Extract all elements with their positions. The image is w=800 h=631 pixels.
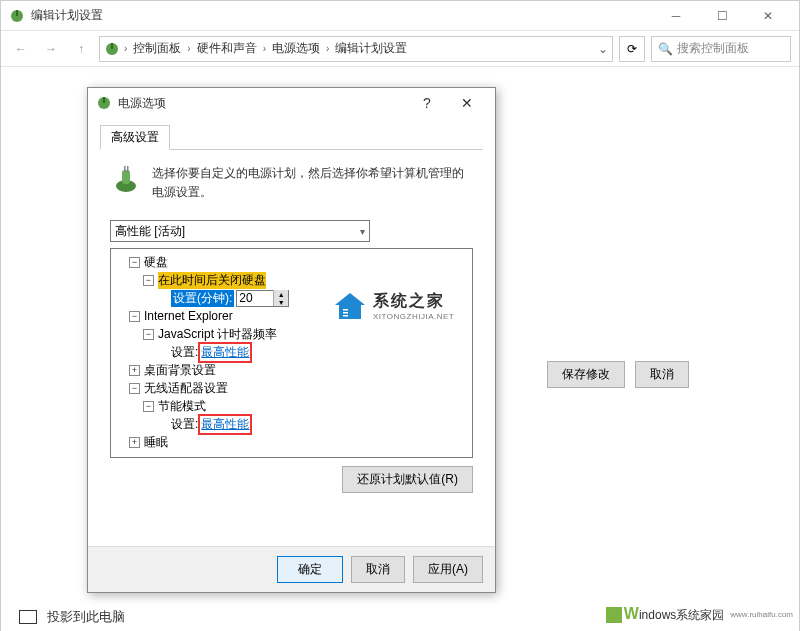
tree-node-js-timer[interactable]: JavaScript 计时器频率 [158,326,277,343]
brand-initial: W [624,605,639,622]
collapse-icon[interactable]: − [129,383,140,394]
spinner-up[interactable]: ▲ [274,290,288,298]
expand-icon[interactable]: + [129,365,140,376]
maximize-button[interactable]: ☐ [699,1,745,31]
breadcrumb-item[interactable]: 编辑计划设置 [333,40,409,57]
project-label: 投影到此电脑 [47,608,125,626]
power-options-dialog: 电源选项 ? ✕ 高级设置 选择你要自定义的电源计划，然后选择你希望计算机管理的… [87,87,496,593]
svg-rect-1 [16,10,18,16]
search-icon: 🔍 [658,42,673,56]
brand-rest: indows系统家园 [639,608,724,622]
power-icon [104,41,120,57]
chevron-right-icon: › [187,43,190,54]
spinner-down[interactable]: ▼ [274,298,288,306]
restore-defaults-button[interactable]: 还原计划默认值(R) [342,466,473,493]
power-plan-icon [110,164,142,196]
brand-url: www.ruihaifu.com [730,610,793,619]
plan-selected-value: 高性能 [活动] [115,223,185,240]
svg-rect-5 [103,97,105,103]
dialog-title: 电源选项 [118,95,407,112]
power-icon [96,95,112,111]
power-plan-dropdown[interactable]: 高性能 [活动] ▾ [110,220,370,242]
description-text: 选择你要自定义的电源计划，然后选择你希望计算机管理的电源设置。 [152,164,473,202]
search-placeholder: 搜索控制面板 [677,40,749,57]
cancel-button[interactable]: 取消 [635,361,689,388]
flag-icon [606,607,622,623]
ps-setting-value[interactable]: 最高性能 [201,417,249,431]
window-title: 编辑计划设置 [31,7,103,24]
svg-rect-7 [122,170,130,184]
project-screen-icon [19,610,37,624]
tab-content: 选择你要自定义的电源计划，然后选择你希望计算机管理的电源设置。 高性能 [活动]… [100,150,483,503]
svg-rect-3 [111,43,113,49]
tree-node-hard-disk[interactable]: 硬盘 [144,254,168,271]
dialog-footer: 确定 取消 应用(A) [88,546,495,592]
taskbar-strip: 投影到此电脑 [1,602,321,631]
svg-rect-8 [124,166,126,172]
refresh-button[interactable]: ⟳ [619,36,645,62]
collapse-icon[interactable]: − [143,401,154,412]
outer-titlebar: 编辑计划设置 ─ ☐ ✕ [1,1,799,31]
breadcrumb-item[interactable]: 控制面板 [131,40,183,57]
svg-rect-9 [127,166,129,172]
settings-tree[interactable]: −硬盘 −在此时间后关闭硬盘 设置(分钟): ▲▼ −Internet Expl… [110,248,473,458]
tree-node-sleep[interactable]: 睡眠 [144,434,168,451]
chevron-down-icon[interactable]: ⌄ [598,42,608,56]
tree-node-power-saving[interactable]: 节能模式 [158,398,206,415]
navbar: ← → ↑ › 控制面板 › 硬件和声音 › 电源选项 › 编辑计划设置 ⌄ ⟳… [1,31,799,67]
tree-node-desktop-bg[interactable]: 桌面背景设置 [144,362,216,379]
collapse-icon[interactable]: − [143,329,154,340]
ok-button[interactable]: 确定 [277,556,343,583]
chevron-right-icon: › [124,43,127,54]
dialog-cancel-button[interactable]: 取消 [351,556,405,583]
watermark-windows-home: Windows系统家园 www.ruihaifu.com [606,605,793,624]
dialog-titlebar: 电源选项 ? ✕ [88,88,495,118]
hd-setting-label: 设置(分钟): [171,290,234,307]
tab-row: 高级设置 [100,124,483,150]
ps-setting-label: 设置: [171,416,198,433]
collapse-icon[interactable]: − [129,311,140,322]
breadcrumb-item[interactable]: 硬件和声音 [195,40,259,57]
breadcrumb[interactable]: › 控制面板 › 硬件和声音 › 电源选项 › 编辑计划设置 ⌄ [99,36,613,62]
chevron-right-icon: › [326,43,329,54]
collapse-icon[interactable]: − [129,257,140,268]
tree-node-ie[interactable]: Internet Explorer [144,309,233,323]
tab-advanced-settings[interactable]: 高级设置 [100,125,170,150]
expand-icon[interactable]: + [129,437,140,448]
control-panel-window: 编辑计划设置 ─ ☐ ✕ ← → ↑ › 控制面板 › 硬件和声音 › 电源选项… [0,0,800,631]
breadcrumb-item[interactable]: 电源选项 [270,40,322,57]
close-button[interactable]: ✕ [745,1,791,31]
save-changes-button[interactable]: 保存修改 [547,361,625,388]
dialog-body: 高级设置 选择你要自定义的电源计划，然后选择你希望计算机管理的电源设置。 高性能… [88,118,495,546]
tree-node-hd-turnoff[interactable]: 在此时间后关闭硬盘 [158,272,266,289]
collapse-icon[interactable]: − [143,275,154,286]
search-input[interactable]: 🔍 搜索控制面板 [651,36,791,62]
dialog-close-button[interactable]: ✕ [447,89,487,117]
chevron-right-icon: › [263,43,266,54]
chevron-down-icon: ▾ [360,226,365,237]
power-icon [9,8,25,24]
js-setting-label: 设置: [171,344,198,361]
help-button[interactable]: ? [407,89,447,117]
minimize-button[interactable]: ─ [653,1,699,31]
apply-button[interactable]: 应用(A) [413,556,483,583]
minutes-input[interactable] [237,291,273,305]
up-button[interactable]: ↑ [69,37,93,61]
tree-node-wireless[interactable]: 无线适配器设置 [144,380,228,397]
js-setting-value[interactable]: 最高性能 [201,345,249,359]
back-button[interactable]: ← [9,37,33,61]
description-row: 选择你要自定义的电源计划，然后选择你希望计算机管理的电源设置。 [110,164,473,202]
forward-button[interactable]: → [39,37,63,61]
minutes-spinner[interactable]: ▲▼ [236,290,289,307]
